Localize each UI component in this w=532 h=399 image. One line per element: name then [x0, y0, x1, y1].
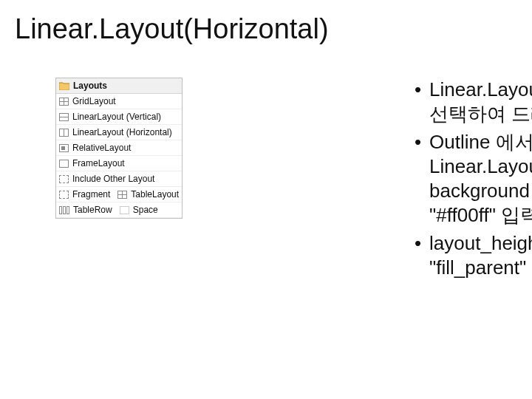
- include-layout-icon: [59, 175, 69, 183]
- palette-item-label: GridLayout: [72, 96, 116, 106]
- palette-item-label: FrameLayout: [72, 158, 125, 168]
- palette-item-tablerow[interactable]: TableRow: [59, 205, 112, 215]
- palette-item-label: Space: [133, 205, 158, 215]
- fragment-icon: [59, 191, 69, 199]
- palette-item-space[interactable]: Space: [120, 205, 158, 215]
- content-area: Layouts GridLayout LinearLayout (Vertica…: [0, 78, 532, 283]
- palette-item-tablelayout[interactable]: TableLayout: [117, 189, 179, 200]
- layouts-palette: Layouts GridLayout LinearLayout (Vertica…: [55, 78, 183, 219]
- linearlayout-v-icon: [59, 113, 69, 121]
- palette-item-relativelayout[interactable]: RelativeLayout: [56, 140, 182, 156]
- palette-item-include-layout[interactable]: Include Other Layout: [56, 171, 182, 187]
- palette-item-label: LinearLayout (Horizontal): [72, 127, 172, 137]
- palette-item-linearlayout-vertical[interactable]: LinearLayout (Vertical): [56, 109, 182, 125]
- bullet-list: Linear.Layout(Horizontal) 선택하여 드래그 앤 드롭 …: [412, 78, 532, 283]
- palette-item-label: Fragment: [72, 189, 110, 200]
- palette-header[interactable]: Layouts: [56, 78, 182, 94]
- space-icon: [120, 206, 129, 214]
- palette-item-label: RelativeLayout: [72, 143, 131, 153]
- grid-layout-icon: [59, 98, 69, 106]
- tablelayout-icon: [117, 191, 127, 199]
- bullet-item: Linear.Layout(Horizontal) 선택하여 드래그 앤 드롭: [412, 78, 532, 127]
- palette-item-gridlayout[interactable]: GridLayout: [56, 94, 182, 109]
- palette-item-label: TableLayout: [131, 189, 179, 200]
- palette-item-linearlayout-horizontal[interactable]: LinearLayout (Horizontal): [56, 125, 182, 140]
- palette-item-label: TableRow: [73, 205, 112, 215]
- tablerow-icon: [59, 206, 69, 214]
- palette-item-fragment[interactable]: Fragment: [59, 189, 110, 200]
- framelayout-icon: [59, 160, 69, 168]
- palette-header-label: Layouts: [73, 81, 107, 91]
- relativelayout-icon: [59, 144, 69, 152]
- bullet-item: Outline 에서 Linear.Layout 의 background 속성…: [412, 130, 532, 228]
- palette-item-framelayout[interactable]: FrameLayout: [56, 156, 182, 171]
- linearlayout-h-icon: [59, 129, 69, 137]
- folder-icon: [59, 81, 69, 90]
- palette-item-label: Include Other Layout: [72, 174, 154, 184]
- slide-title: Linear.Layout(Horizontal): [15, 13, 329, 45]
- bullet-item: layout_height 속성에 "fill_parent" 입력: [412, 231, 532, 281]
- palette-item-label: LinearLayout (Vertical): [72, 112, 161, 122]
